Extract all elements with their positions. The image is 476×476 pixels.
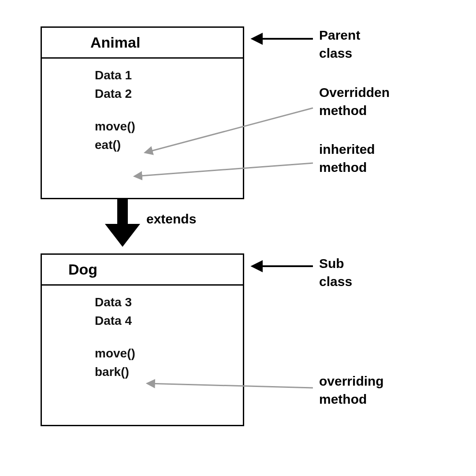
spacer — [95, 332, 243, 342]
overriding-method-label-line1: overriding — [319, 374, 384, 388]
child-class-title: Dog — [42, 255, 243, 286]
parent-method-move: move() — [95, 119, 243, 134]
extends-arrow-icon — [105, 199, 140, 247]
parent-class-label: Parent class — [319, 26, 360, 62]
overriding-method-label: overriding method — [319, 372, 384, 408]
parent-data-1: Data 1 — [95, 68, 243, 82]
svg-marker-1 — [105, 224, 140, 247]
child-class-body: Data 3 Data 4 move() bark() — [42, 286, 243, 389]
sub-class-label-line2: class — [319, 274, 352, 289]
parent-data-2: Data 2 — [95, 87, 243, 101]
spacer — [95, 105, 243, 115]
child-class-box: Dog Data 3 Data 4 move() bark() — [41, 253, 244, 426]
overridden-method-label: Overridden method — [319, 84, 390, 119]
parent-class-title: Animal — [42, 28, 243, 59]
parent-class-body: Data 1 Data 2 move() eat() — [42, 59, 243, 162]
sub-class-label-line1: Sub — [319, 256, 344, 271]
extends-label: extends — [146, 212, 196, 227]
parent-class-label-line1: Parent — [319, 28, 360, 42]
inherited-method-label: inherited method — [319, 141, 375, 176]
child-method-bark: bark() — [95, 365, 243, 379]
svg-rect-0 — [117, 199, 128, 226]
inherited-method-label-line1: inherited — [319, 142, 375, 156]
overridden-method-label-line2: method — [319, 103, 367, 118]
parent-method-eat: eat() — [95, 138, 243, 152]
sub-class-label: Sub class — [319, 255, 352, 290]
child-method-move: move() — [95, 346, 243, 361]
parent-class-box: Animal Data 1 Data 2 move() eat() — [41, 26, 244, 199]
overriding-method-label-line2: method — [319, 392, 367, 406]
overridden-method-label-line1: Overridden — [319, 85, 390, 100]
parent-class-label-line2: class — [319, 46, 352, 60]
inherited-method-label-line2: method — [319, 160, 367, 175]
child-data-1: Data 3 — [95, 295, 243, 309]
diagram-canvas: Animal Data 1 Data 2 move() eat() Dog Da… — [0, 0, 476, 476]
child-data-2: Data 4 — [95, 314, 243, 328]
